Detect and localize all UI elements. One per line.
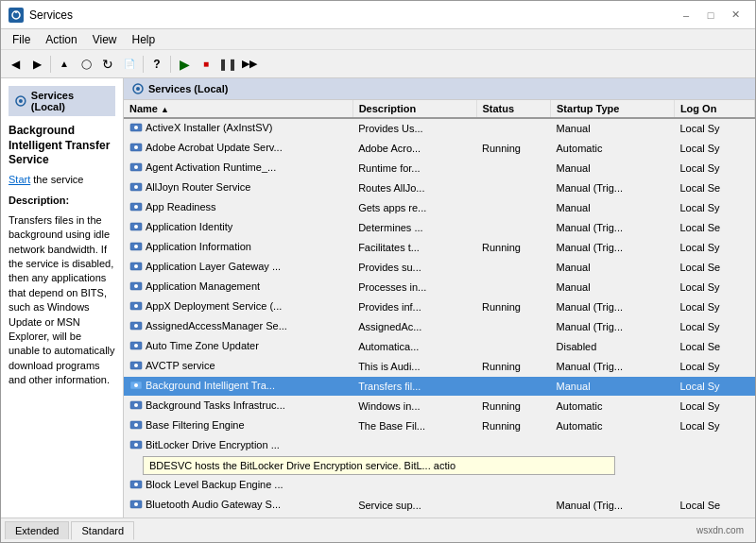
cell-description: This is Audi... — [352, 357, 476, 377]
cell-startup — [551, 436, 675, 456]
table-row[interactable]: Base Filtering Engine The Base Fil... Ru… — [124, 416, 755, 436]
col-header-status[interactable]: Status — [476, 100, 551, 118]
table-container[interactable]: Name ▲ Description Status Startup Type — [124, 100, 755, 518]
col-header-startup[interactable]: Startup Type — [551, 100, 675, 118]
cell-status: Running — [476, 139, 551, 159]
table-row[interactable]: Bluetooth Support Service The Bluetoo...… — [124, 516, 755, 518]
cell-name: Application Identity — [124, 218, 352, 238]
table-row[interactable]: App Readiness Gets apps re... Manual Loc… — [124, 198, 755, 218]
start-link[interactable]: Start — [9, 174, 30, 185]
table-row[interactable]: Application Layer Gateway ... Provides s… — [124, 258, 755, 278]
play-button[interactable]: ▶ — [174, 54, 195, 75]
cell-description: Adobe Acro... — [352, 139, 476, 159]
table-row[interactable]: AVCTP service This is Audi... Running Ma… — [124, 357, 755, 377]
minimize-button[interactable]: – — [674, 6, 698, 25]
menu-action[interactable]: Action — [38, 31, 84, 48]
cell-status — [476, 317, 551, 337]
cell-status — [476, 198, 551, 218]
show-hide-button[interactable]: ◯ — [76, 54, 96, 75]
bottom-right-text: wsxdn.com — [696, 525, 751, 535]
table-row[interactable]: BitLocker Drive Encryption ... — [124, 436, 755, 456]
cell-logon: Local Se — [674, 496, 754, 516]
cell-startup: Manual (Trig... — [551, 178, 675, 198]
cell-startup: Manual — [551, 258, 675, 278]
menu-file[interactable]: File — [5, 31, 38, 48]
svg-point-29 — [134, 344, 138, 348]
up-button[interactable]: ▲ — [54, 54, 75, 75]
col-header-logon[interactable]: Log On — [674, 100, 754, 118]
svg-point-15 — [134, 205, 138, 209]
tabs-row: Extended Standard — [5, 521, 136, 540]
service-icon — [129, 498, 143, 511]
service-icon — [129, 220, 143, 233]
cell-status — [476, 476, 551, 496]
menu-help[interactable]: Help — [125, 31, 163, 48]
table-row[interactable]: Bluetooth Audio Gateway S... Service sup… — [124, 496, 755, 516]
app-icon — [9, 8, 24, 23]
svg-point-9 — [134, 145, 138, 149]
cell-description: Provides inf... — [352, 297, 476, 317]
col-header-description[interactable]: Description — [352, 100, 476, 118]
service-icon — [129, 200, 143, 213]
svg-point-25 — [134, 304, 138, 308]
help-button[interactable]: ? — [146, 54, 167, 75]
table-row[interactable]: Application Identity Determines ... Manu… — [124, 218, 755, 238]
cell-status — [476, 278, 551, 297]
menu-view[interactable]: View — [85, 31, 125, 48]
svg-point-11 — [134, 165, 138, 169]
service-icon — [129, 379, 143, 392]
forward-button[interactable]: ▶ — [26, 54, 47, 75]
table-row[interactable]: AppX Deployment Service (... Provides in… — [124, 297, 755, 317]
service-icon — [129, 339, 143, 352]
cell-status — [476, 159, 551, 178]
service-icon — [129, 319, 143, 332]
stop-button[interactable]: ■ — [196, 54, 216, 75]
export-button[interactable]: 📄 — [119, 54, 140, 75]
table-row[interactable]: Application Information Facilitates t...… — [124, 238, 755, 258]
table-row[interactable]: Auto Time Zone Updater Automatica... Dis… — [124, 337, 755, 357]
cell-description: Service sup... — [352, 496, 476, 516]
back-button[interactable]: ◀ — [5, 54, 26, 75]
svg-point-7 — [134, 126, 138, 129]
table-row[interactable]: Adobe Acrobat Update Serv... Adobe Acro.… — [124, 139, 755, 159]
cell-description: Windows in... — [352, 397, 476, 416]
left-panel-title: Services (Local) — [31, 90, 110, 112]
cell-name: AppX Deployment Service (... — [124, 297, 352, 317]
left-panel: Services (Local) Background Intelligent … — [1, 78, 124, 518]
tab-extended[interactable]: Extended — [5, 521, 69, 539]
maximize-button[interactable]: □ — [698, 6, 723, 25]
bottom-bar: Extended Standard wsxdn.com — [1, 518, 755, 542]
svg-point-43 — [134, 502, 138, 506]
table-row[interactable]: Application Management Processes in... M… — [124, 278, 755, 297]
close-button[interactable]: ✕ — [723, 6, 747, 25]
cell-status: Running — [476, 357, 551, 377]
start-suffix: the service — [30, 174, 83, 185]
cell-name: AllJoyn Router Service — [124, 178, 352, 198]
table-row[interactable]: Agent Activation Runtime_... Runtime for… — [124, 159, 755, 178]
service-info: Background Intelligent Transfer Service … — [9, 124, 115, 510]
table-row[interactable]: AllJoyn Router Service Routes AllJo... M… — [124, 178, 755, 198]
window-title: Services — [29, 8, 73, 22]
tab-standard[interactable]: Standard — [71, 521, 134, 540]
start-service-line: Start the service — [9, 174, 115, 185]
pause-button[interactable]: ❚❚ — [217, 54, 238, 75]
refresh-button[interactable]: ↻ — [97, 54, 118, 75]
table-row[interactable]: ActiveX Installer (AxInstSV) Provides Us… — [124, 118, 755, 139]
service-icon — [129, 418, 143, 432]
cell-startup: Automatic — [551, 397, 675, 416]
table-row[interactable]: Background Tasks Infrastruc... Windows i… — [124, 397, 755, 416]
service-title: Background Intelligent Transfer Service — [9, 124, 115, 168]
table-row[interactable]: AssignedAccessManager Se... AssignedAc..… — [124, 317, 755, 337]
cell-description: Transfers fil... — [352, 377, 476, 397]
table-row[interactable]: Background Intelligent Tra... Transfers … — [124, 377, 755, 397]
service-icon — [129, 438, 143, 451]
table-row[interactable]: Block Level Backup Engine ... — [124, 476, 755, 496]
col-header-name[interactable]: Name ▲ — [124, 100, 352, 118]
cell-name: Bluetooth Audio Gateway S... — [124, 496, 352, 516]
main-area: Services (Local) Background Intelligent … — [1, 78, 755, 518]
cell-name: BitLocker Drive Encryption ... — [124, 436, 352, 456]
cell-name: Base Filtering Engine — [124, 416, 352, 436]
cell-logon: Local Sy — [674, 118, 754, 139]
restart-button[interactable]: ▶▶ — [239, 54, 260, 75]
right-panel-icon — [131, 82, 145, 95]
